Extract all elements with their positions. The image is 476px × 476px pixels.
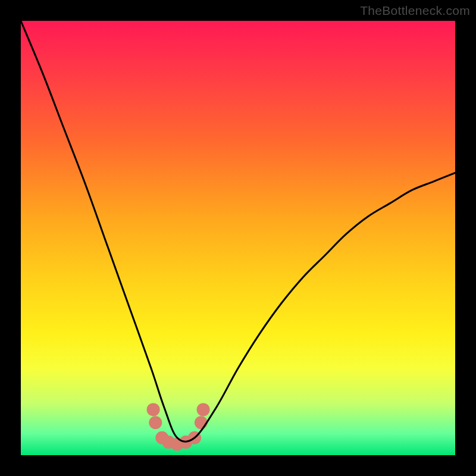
salmon-marker [195, 416, 208, 429]
salmon-marker [197, 403, 210, 416]
watermark-text: TheBottleneck.com [360, 4, 470, 18]
chart-stage: TheBottleneck.com [0, 0, 476, 476]
chart-svg [0, 0, 476, 476]
salmon-markers-group [147, 403, 210, 450]
bottleneck-curve-path [21, 21, 455, 441]
salmon-marker [147, 403, 160, 416]
salmon-marker [149, 416, 162, 429]
